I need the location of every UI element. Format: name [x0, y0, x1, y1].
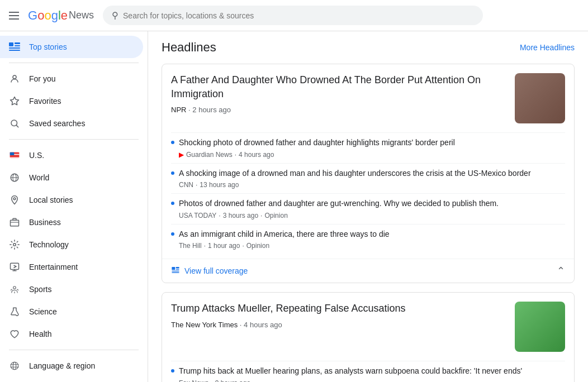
sub-bullet	[171, 171, 174, 175]
svg-rect-11	[10, 156, 20, 157]
sub-title-1-1[interactable]: A shocking image of a drowned man and hi…	[179, 168, 565, 179]
google-logo[interactable]: Google News	[28, 8, 94, 23]
story-meta-1: NPR · 2 hours ago	[171, 106, 506, 114]
sidebar-language-label: Language & region	[29, 361, 95, 370]
sub-dot: ·	[219, 212, 220, 219]
sidebar-item-world[interactable]: World	[0, 166, 143, 189]
search-bar: ⚲	[103, 6, 483, 25]
sub-articles-2: Trump hits back at Mueller hearing plans…	[162, 361, 574, 382]
opinion-badge-1-2: Opinion	[264, 212, 287, 219]
sub-article-1-1: A shocking image of a drowned man and hi…	[171, 163, 565, 194]
story-source-2: The New York Times	[171, 321, 238, 329]
sub-source-1-0: Guardian News	[186, 151, 233, 159]
story-card-2: Trump Attacks Mueller, Repeating False A…	[162, 292, 575, 382]
sub-article-1-0: Shocking photo of drowned father and dau…	[171, 132, 565, 163]
opinion-badge-1-3: Opinion	[246, 242, 269, 250]
sidebar-technology-label: Technology	[29, 240, 69, 249]
svg-rect-3	[9, 47, 20, 49]
sub-title-1-2[interactable]: Photos of drowned father and daughter ar…	[179, 198, 565, 209]
story-content-2: Trump Attacks Mueller, Repeating False A…	[171, 302, 506, 328]
sub-time-1-1: 13 hours ago	[200, 181, 239, 189]
svg-rect-31	[172, 271, 179, 271]
language-icon	[9, 360, 20, 371]
sub-bullet	[171, 141, 174, 144]
search-icon: ⚲	[112, 10, 118, 21]
sidebar-item-favorites[interactable]: Favorites	[0, 90, 143, 112]
story-dot-2: ·	[240, 321, 244, 329]
story-content-1: A Father And Daughter Who Drowned At The…	[171, 73, 506, 114]
sidebar-item-top-stories[interactable]: Top stories	[0, 36, 143, 58]
svg-rect-19	[13, 218, 16, 220]
sub-dot-2: ·	[242, 242, 244, 250]
sidebar-health-label: Health	[29, 330, 51, 338]
svg-point-26	[11, 362, 18, 370]
sidebar-item-saved-searches[interactable]: Saved searches	[0, 112, 143, 135]
sub-dot: ·	[235, 151, 236, 159]
sub-meta-1-3: The Hill · 1 hour ago · Opinion	[179, 242, 565, 250]
sub-dot: ·	[204, 242, 206, 250]
sidebar-item-us[interactable]: U.S.	[0, 144, 143, 166]
story-image-2	[515, 302, 565, 352]
story-card-1: A Father And Daughter Who Drowned At The…	[162, 64, 575, 283]
sub-dot: ·	[211, 379, 212, 382]
story-main-1: A Father And Daughter Who Drowned At The…	[162, 64, 574, 132]
sub-time-2-0: 9 hours ago	[215, 379, 250, 382]
sub-article-1-2: Photos of drowned father and daughter ar…	[171, 193, 565, 224]
svg-line-7	[16, 125, 18, 127]
sub-articles-1: Shocking photo of drowned father and dau…	[162, 132, 574, 259]
sub-time-1-2: 3 hours ago	[223, 212, 258, 219]
sub-bullet	[171, 202, 174, 205]
youtube-icon: ▶	[179, 151, 184, 159]
view-coverage-bar-1: View full coverage ⌃	[162, 259, 574, 283]
story-time-2: 4 hours ago	[244, 321, 282, 329]
sidebar-item-local-stories[interactable]: Local stories	[0, 189, 143, 211]
sidebar-saved-searches-label: Saved searches	[29, 119, 85, 128]
coverage-icon	[171, 266, 180, 276]
view-coverage-text-1: View full coverage	[184, 266, 248, 275]
more-headlines-link[interactable]: More Headlines	[520, 43, 575, 52]
collapse-icon-1[interactable]: ⌃	[557, 265, 565, 277]
story-title-2[interactable]: Trump Attacks Mueller, Repeating False A…	[171, 302, 506, 316]
sub-time-1-3: 1 hour ago	[208, 242, 240, 250]
sidebar-item-for-you[interactable]: For you	[0, 68, 143, 90]
svg-rect-32	[172, 272, 179, 273]
story-meta-2: The New York Times · 4 hours ago	[171, 321, 506, 329]
sub-title-1-3[interactable]: As an immigrant child in America, there …	[179, 229, 565, 240]
svg-rect-22	[11, 263, 19, 269]
technology-icon	[9, 239, 20, 250]
sidebar-item-sports[interactable]: Sports	[0, 278, 143, 300]
svg-rect-29	[176, 267, 179, 269]
sidebar-divider-1	[9, 63, 139, 63]
sidebar-business-label: Business	[29, 218, 61, 227]
sidebar-item-entertainment[interactable]: Entertainment	[0, 256, 143, 278]
sub-article-2-0: Trump hits back at Mueller hearing plans…	[171, 361, 565, 382]
story-title-1[interactable]: A Father And Daughter Who Drowned At The…	[171, 73, 506, 101]
sub-source-2-0: Fox News	[179, 379, 208, 382]
sidebar-divider-3	[9, 350, 139, 350]
sidebar-world-label: World	[29, 173, 49, 182]
sidebar-item-technology[interactable]: Technology	[0, 233, 143, 256]
sub-meta-1-1: CNN · 13 hours ago	[179, 181, 565, 189]
sidebar-item-business[interactable]: Business	[0, 211, 143, 233]
sub-article-content-1-1: A shocking image of a drowned man and hi…	[179, 168, 565, 189]
story-image-1	[515, 73, 565, 123]
svg-rect-1	[15, 42, 20, 44]
svg-point-21	[13, 243, 16, 246]
sports-icon	[9, 284, 20, 295]
sidebar-entertainment-label: Entertainment	[29, 262, 78, 271]
favorites-icon	[9, 96, 20, 107]
sub-meta-2-0: Fox News · 9 hours ago	[179, 379, 565, 382]
sidebar-item-health[interactable]: Health	[0, 323, 143, 345]
search-input[interactable]	[123, 11, 474, 20]
sub-title-1-0[interactable]: Shocking photo of drowned father and dau…	[179, 137, 565, 149]
sidebar-item-science[interactable]: Science	[0, 300, 143, 323]
sub-bullet	[171, 232, 174, 236]
body-wrap: Top stories For you Favorites Saved sear…	[0, 31, 588, 382]
menu-icon[interactable]	[9, 12, 19, 20]
sub-dot: ·	[196, 181, 197, 189]
view-full-coverage-link-1[interactable]: View full coverage	[171, 266, 248, 276]
sidebar-item-language-region[interactable]: Language & region	[0, 355, 143, 377]
top-stories-icon	[9, 41, 20, 52]
sub-title-2-0[interactable]: Trump hits back at Mueller hearing plans…	[179, 366, 565, 377]
svg-rect-0	[9, 42, 13, 46]
